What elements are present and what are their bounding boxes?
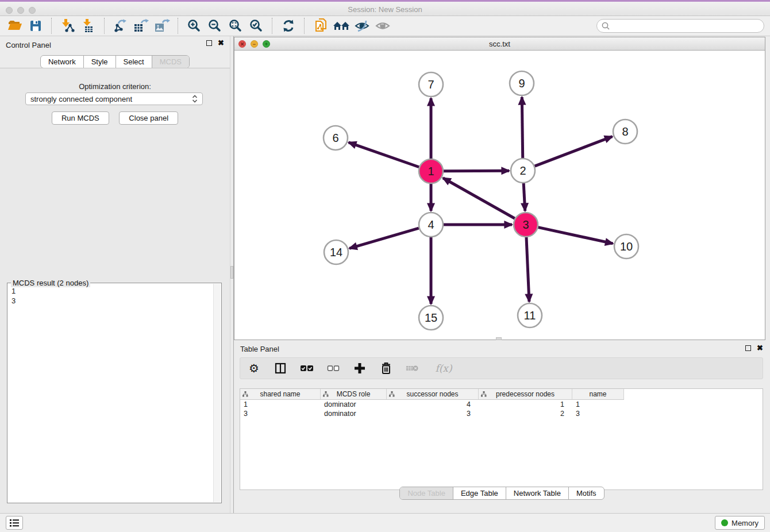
- column-label: shared name: [240, 390, 320, 398]
- table-row[interactable]: 1dominator411: [240, 400, 763, 409]
- graph-node-2[interactable]: 2: [511, 159, 535, 183]
- export-network-icon[interactable]: [110, 17, 131, 34]
- graph-node-8[interactable]: 8: [613, 119, 637, 144]
- graph-node-11[interactable]: 11: [518, 303, 542, 327]
- open-file-icon[interactable]: [5, 17, 25, 34]
- column-header-predecessor-nodes[interactable]: predecessor nodes: [479, 389, 572, 400]
- delete-column-icon[interactable]: [406, 361, 419, 376]
- float-panel-icon[interactable]: [206, 40, 212, 46]
- settings-icon[interactable]: ⚙: [247, 361, 261, 376]
- tab-style[interactable]: Style: [84, 56, 116, 68]
- close-panel-icon[interactable]: ✖: [218, 40, 224, 46]
- close-panel-button[interactable]: Close panel: [119, 111, 178, 125]
- graph-edge-3-1[interactable]: [443, 178, 515, 218]
- houses-icon[interactable]: [331, 17, 352, 34]
- result-scrollbar[interactable]: [213, 284, 221, 502]
- control-panel: Control Panel ✖ NetworkStyleSelectMCDS O…: [0, 36, 230, 513]
- add-row-icon[interactable]: [353, 361, 367, 376]
- select-stepper-icon: [192, 94, 198, 103]
- graph-node-10[interactable]: 10: [614, 234, 638, 259]
- toolbar-separator: [104, 18, 105, 34]
- tab-network[interactable]: Network: [41, 56, 84, 68]
- eye-slash-icon[interactable]: [352, 17, 372, 34]
- apply-function-icon[interactable]: f(x): [432, 361, 455, 376]
- import-network-icon[interactable]: [57, 17, 78, 34]
- table-row[interactable]: 3dominator323: [240, 409, 763, 418]
- export-image-icon[interactable]: [152, 17, 172, 34]
- network-window-titlebar[interactable]: ✕ − + scc.txt: [234, 37, 765, 51]
- graph-node-6[interactable]: 6: [324, 126, 348, 150]
- toolbar-separator: [272, 18, 273, 34]
- zoom-fit-icon[interactable]: [225, 17, 246, 34]
- save-session-icon[interactable]: [25, 17, 46, 34]
- eye-icon[interactable]: [372, 17, 393, 34]
- graph-edge-2-3[interactable]: [523, 183, 525, 211]
- graph-edge-3-11[interactable]: [526, 237, 529, 302]
- graph-edge-3-10[interactable]: [538, 228, 613, 244]
- table-cell[interactable]: 3: [240, 409, 321, 418]
- control-panel-tabs: NetworkStyleSelectMCDS: [40, 55, 190, 68]
- network-canvas[interactable]: 7968124314101511: [234, 51, 765, 340]
- graph-edge-1-2[interactable]: [444, 171, 509, 171]
- refresh-icon[interactable]: [278, 17, 299, 34]
- run-mcds-button[interactable]: Run MCDS: [52, 111, 109, 125]
- tab-motifs[interactable]: Motifs: [569, 487, 604, 499]
- search-field[interactable]: [596, 19, 764, 33]
- zoom-in-icon[interactable]: [184, 17, 205, 34]
- float-table-panel-icon[interactable]: [745, 345, 751, 351]
- tab-select[interactable]: Select: [116, 56, 152, 68]
- graph-edge-4-14[interactable]: [349, 228, 419, 248]
- tab-node-table[interactable]: Node Table: [400, 487, 453, 499]
- task-history-button[interactable]: [6, 516, 23, 530]
- graph-node-1[interactable]: 1: [419, 159, 443, 183]
- criterion-value: strongly connected component: [30, 95, 192, 103]
- mcds-result-text[interactable]: 13: [7, 285, 213, 503]
- search-input[interactable]: [611, 21, 764, 31]
- select-all-icon[interactable]: [300, 361, 314, 376]
- criterion-select[interactable]: strongly connected component: [25, 92, 203, 105]
- column-header-shared-name[interactable]: shared name: [240, 389, 321, 400]
- graph-edge-1-6[interactable]: [349, 142, 419, 167]
- column-header-MCDS-role[interactable]: MCDS role: [321, 389, 387, 400]
- graph-node-14[interactable]: 14: [324, 240, 348, 264]
- import-table-icon[interactable]: [78, 17, 99, 34]
- tab-network-table[interactable]: Network Table: [506, 487, 569, 499]
- node-table[interactable]: shared nameMCDS rolesuccessor nodesprede…: [240, 388, 763, 490]
- table-cell[interactable]: 1: [240, 400, 321, 409]
- table-cell[interactable]: dominator: [321, 409, 387, 418]
- graph-edge-2-8[interactable]: [535, 137, 613, 167]
- zoom-selected-icon[interactable]: [246, 17, 267, 34]
- tab-edge-table[interactable]: Edge Table: [453, 487, 506, 499]
- panel-splitter[interactable]: [230, 36, 234, 513]
- documents-share-icon[interactable]: [310, 17, 331, 34]
- hierarchy-icon: [242, 391, 248, 397]
- table-cell[interactable]: 2: [479, 409, 572, 418]
- table-cell[interactable]: 3: [387, 409, 479, 418]
- deselect-all-icon[interactable]: [326, 361, 340, 376]
- column-header-successor-nodes[interactable]: successor nodes: [387, 389, 479, 400]
- graph-edge-2-9[interactable]: [522, 97, 522, 158]
- table-cell[interactable]: 1: [479, 400, 572, 409]
- table-cell[interactable]: 3: [572, 409, 624, 418]
- zoom-out-icon[interactable]: [205, 17, 225, 34]
- graph-node-15[interactable]: 15: [419, 306, 443, 330]
- close-table-panel-icon[interactable]: ✖: [757, 345, 763, 351]
- toolbar-separator: [178, 18, 179, 34]
- svg-text:7: 7: [428, 78, 434, 91]
- table-cell[interactable]: dominator: [321, 400, 387, 409]
- memory-button[interactable]: Memory: [715, 516, 765, 530]
- delete-row-icon[interactable]: [379, 361, 393, 376]
- hierarchy-icon: [389, 391, 395, 397]
- export-table-icon[interactable]: [131, 17, 152, 34]
- graph-node-9[interactable]: 9: [510, 71, 534, 95]
- tab-mcds[interactable]: MCDS: [152, 56, 189, 68]
- graph-node-3[interactable]: 3: [514, 213, 538, 237]
- table-cell[interactable]: 1: [572, 400, 624, 409]
- split-view-icon[interactable]: [274, 361, 287, 376]
- graph-node-7[interactable]: 7: [419, 72, 443, 97]
- column-header-name[interactable]: name: [572, 389, 624, 400]
- column-label: name: [572, 390, 623, 398]
- graph-node-4[interactable]: 4: [419, 213, 443, 237]
- splitter-grip[interactable]: [230, 266, 233, 279]
- table-cell[interactable]: 4: [387, 400, 479, 409]
